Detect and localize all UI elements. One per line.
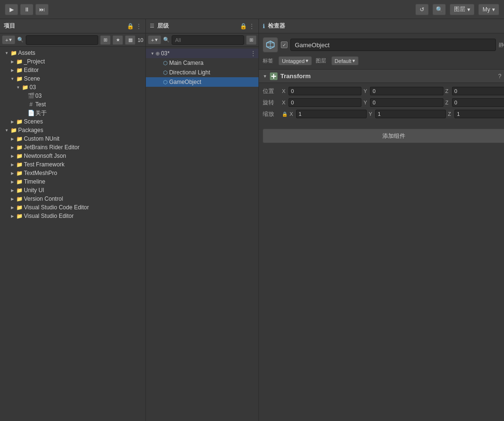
assets-label: Assets [18,50,35,56]
cube-svg [266,40,275,50]
project-panel-title: 项目 [4,22,15,30]
tree-item-vs-editor[interactable]: 📁 Visual Studio Editor [0,212,145,220]
step-button[interactable]: ⏭ [35,4,49,15]
hierarchy-lock-icon[interactable]: 🔒 [240,23,247,30]
hierarchy-search-icon: 🔍 [163,37,170,43]
transform-expand-arrow[interactable]: ▼ [263,74,267,79]
hierarchy-panel-title: 层级 [157,22,169,30]
static-label: 静态的 [499,41,504,49]
tag-dropdown[interactable]: Untagged ▾ [278,56,312,65]
tree-item-version-control[interactable]: 📁 Version Control [0,195,145,203]
project-toolbar: + ▾ 🔍 ⊞ ★ ▦ 10 [0,33,145,47]
tree-item-jetbrains[interactable]: 📁 JetBrains Rider Editor [0,143,145,152]
search-button[interactable]: 🔍 [432,4,446,15]
tree-item-vscode[interactable]: 📁 Visual Studio Code Editor [0,203,145,212]
project-star-btn[interactable]: ★ [113,35,123,45]
project-more-icon[interactable]: ⋮ [136,23,142,30]
editor-label: Editor [24,67,39,73]
newtonsoft-arrow [10,153,15,159]
03-scene-label: 03 [35,92,41,99]
tree-item-packages[interactable]: 📁 Packages [0,126,145,134]
rotation-z-input[interactable] [452,98,504,107]
layer-dropdown-arrow: ▾ [352,58,355,64]
hierarchy-item-main-camera[interactable]: ⬡ Main Camera [146,58,258,68]
project-search-icon: 🔍 [17,37,24,43]
tree-item-textmeshpro[interactable]: 📁 TextMeshPro [0,169,145,177]
tree-item-timeline[interactable]: 📁 Timeline [0,177,145,186]
vscode-icon: 📁 [16,204,23,211]
project-search-input[interactable] [26,35,98,45]
project-arrow [10,59,15,64]
vscode-arrow [10,205,15,210]
timeline-icon: 📁 [16,178,23,185]
unity-ui-icon: 📁 [16,187,23,194]
position-axis: X Y Z [282,87,504,95]
go-name-input[interactable] [290,39,496,51]
tree-item-assets[interactable]: 📁 Assets [0,49,145,57]
project-panel-header: 项目 🔒 ⋮ [0,19,145,33]
packages-folder-icon: 📁 [10,127,17,133]
position-x-group: X [282,87,361,95]
tree-item-about[interactable]: 📄 关于 [0,109,145,117]
tree-item-test[interactable]: # Test [0,100,145,109]
rotation-y-input[interactable] [370,98,443,107]
scene03-label: 03* [161,50,170,57]
scale-z-input[interactable] [454,110,504,118]
tree-item-03-folder[interactable]: 📁 03 [0,83,145,92]
03-folder-label: 03 [30,84,36,91]
transform-help-btn[interactable]: ? [495,72,504,81]
inspector-info-icon: ℹ [263,23,265,30]
jetbrains-icon: 📁 [16,144,23,151]
scale-lock-icon[interactable]: 🔒 [282,112,288,117]
unity-ui-label: Unity UI [24,187,44,194]
project-filter-btn2[interactable]: ▦ [125,35,135,45]
unity-ui-arrow [10,187,15,193]
play-button[interactable]: ▶ [5,4,18,15]
go-cube-icon[interactable] [263,37,278,52]
project-lock-icon[interactable]: 🔒 [127,23,134,30]
hierarchy-add-button[interactable]: + ▾ [148,35,161,44]
scale-z-group: Z [448,110,504,118]
undo-button[interactable]: ↺ [415,4,429,15]
layer-dropdown[interactable]: Default ▾ [331,56,359,65]
gameobject-icon: ⬡ [163,79,168,85]
layer-label: 图层 [454,5,465,13]
hierarchy-item-scene03[interactable]: ⊕ 03* ⋮ [146,49,258,58]
tree-item-scenes[interactable]: 📁 Scenes [0,117,145,126]
account-dropdown[interactable]: My ▾ [478,4,499,15]
tree-item-test-framework[interactable]: 📁 Test Framework [0,160,145,169]
hierarchy-item-directional-light[interactable]: ⬡ Directional Light [146,68,258,77]
assets-arrow [4,50,10,56]
transform-component: ▼ Transform ? ⊟ ⋮ 位置 [259,70,504,123]
newtonsoft-label: Newtonsoft Json [24,153,66,159]
layer-dropdown[interactable]: 图层 ▾ [450,4,474,15]
tree-item-unity-ui[interactable]: 📁 Unity UI [0,186,145,195]
rotation-x-label: X [282,100,288,105]
tree-item-newtonsoft[interactable]: 📁 Newtonsoft Json [0,152,145,160]
scene03-more-btn[interactable]: ⋮ [250,50,257,57]
hierarchy-more-icon[interactable]: ⋮ [249,23,255,30]
tree-item-editor[interactable]: 📁 Editor [0,66,145,74]
project-filter-btn1[interactable]: ⊞ [100,35,111,45]
tree-item-scene[interactable]: 📁 Scene [0,74,145,83]
position-y-input[interactable] [370,87,443,95]
toolbar-right: ↺ 🔍 图层 ▾ My ▾ [415,4,499,15]
hierarchy-search-input[interactable] [172,35,244,45]
tree-item-custom-nunit[interactable]: 📁 Custom NUnit [0,134,145,143]
position-z-input[interactable] [452,87,504,95]
hierarchy-expand-btn[interactable]: ⊞ [246,35,257,45]
project-header-icons: 🔒 ⋮ [127,23,142,30]
rotation-x-input[interactable] [288,98,361,107]
scale-axis: X Y Z [289,110,504,118]
project-add-button[interactable]: + ▾ [2,35,15,44]
tree-item-project[interactable]: 📁 _Project [0,57,145,66]
tree-item-03-scene[interactable]: 🎬 03 [0,92,145,100]
add-component-button[interactable]: 添加组件 [263,129,504,143]
rotation-label: 旋转 [263,99,282,107]
position-x-input[interactable] [288,87,361,95]
pause-button[interactable]: ⏸ [20,4,33,15]
go-active-checkbox[interactable] [281,41,288,48]
scale-x-input[interactable] [296,110,367,118]
scale-y-input[interactable] [375,110,446,118]
hierarchy-item-gameobject[interactable]: ⬡ GameObject [146,77,258,87]
